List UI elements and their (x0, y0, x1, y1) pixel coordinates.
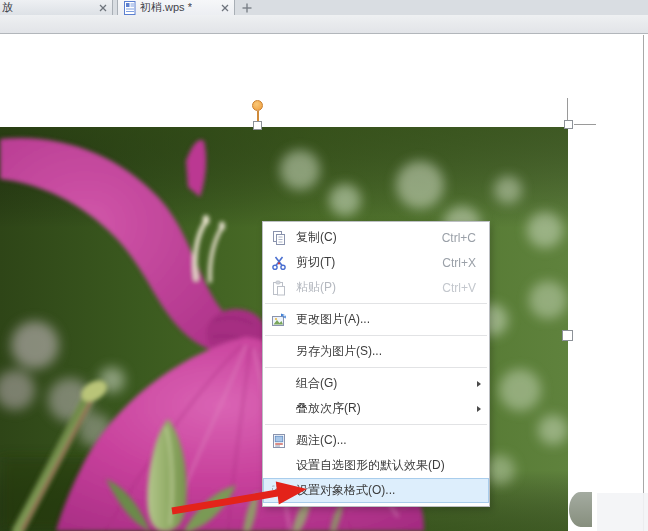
top-center-handle[interactable] (253, 121, 262, 130)
change-picture-icon (271, 312, 287, 328)
top-right-corner-handle[interactable] (564, 120, 573, 129)
cut-icon (271, 255, 287, 271)
menu-item-format-object[interactable]: 设置对象格式(O)... (263, 478, 489, 503)
menu-separator (265, 424, 487, 425)
rotate-handle[interactable] (252, 100, 263, 111)
menu-separator (265, 367, 487, 368)
right-middle-handle[interactable] (562, 330, 573, 341)
close-icon[interactable] (99, 4, 107, 12)
corner-crosshair-horizontal (574, 124, 596, 125)
page-right-border (643, 35, 644, 531)
no-icon (271, 344, 287, 360)
copy-icon (271, 230, 287, 246)
menu-item-save-as-picture[interactable]: 另存为图片(S)... (263, 339, 489, 364)
menu-item-caption[interactable]: 题注(C)... (263, 428, 489, 453)
menu-item-paste[interactable]: 粘贴(P) Ctrl+V (263, 275, 489, 300)
paste-icon (271, 280, 287, 296)
menu-item-stacking-order[interactable]: 叠放次序(R) (263, 396, 489, 421)
toolbar-strip (0, 15, 648, 34)
submenu-arrow-icon (477, 381, 481, 387)
menu-item-cut[interactable]: 剪切(T) Ctrl+X (263, 250, 489, 275)
tab-label: 初梢.wps * (140, 0, 192, 15)
corner-crosshair-vertical (567, 98, 568, 121)
wps-writer-doc-icon (124, 1, 136, 15)
tab-bar: 放 初梢.wps * (0, 0, 648, 15)
menu-separator (265, 335, 487, 336)
format-object-icon (271, 483, 287, 499)
tab-active-document[interactable]: 初梢.wps * (117, 0, 235, 15)
close-icon[interactable] (221, 4, 229, 12)
wps-writer-window: { "tab_bar": { "partial_tab_label": "放",… (0, 0, 648, 531)
tab-other-document[interactable]: 放 (0, 0, 113, 15)
no-icon (271, 376, 287, 392)
no-icon (271, 401, 287, 417)
caption-icon (271, 433, 287, 449)
submenu-arrow-icon (477, 406, 481, 412)
no-icon (271, 458, 287, 474)
picture-context-menu: 复制(C) Ctrl+C 剪切(T) Ctrl+X 粘贴(P) Ctrl+V (262, 221, 490, 507)
bottom-right-panel-fragment (597, 493, 648, 531)
plus-icon (242, 3, 252, 13)
new-tab-button[interactable] (239, 1, 255, 14)
menu-item-copy[interactable]: 复制(C) Ctrl+C (263, 225, 489, 250)
menu-item-group[interactable]: 组合(G) (263, 371, 489, 396)
menu-item-change-picture[interactable]: 更改图片(A)... (263, 307, 489, 332)
tab-label: 放 (2, 0, 13, 15)
scroll-knob-fragment[interactable] (569, 492, 592, 527)
menu-item-default-shape-effects[interactable]: 设置自选图形的默认效果(D) (263, 453, 489, 478)
menu-separator (265, 303, 487, 304)
